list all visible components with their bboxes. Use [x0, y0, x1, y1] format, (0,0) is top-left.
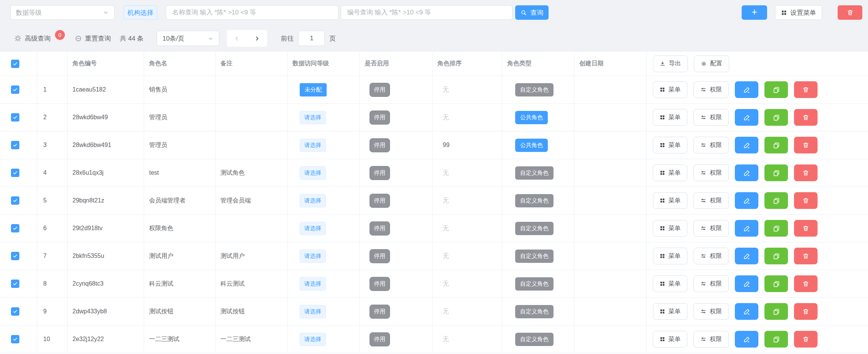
row-checkbox[interactable]: [11, 85, 19, 94]
menu-button[interactable]: 菜单: [653, 164, 687, 181]
access-level-tag[interactable]: 请选择: [300, 277, 326, 291]
add-button[interactable]: +: [742, 5, 767, 20]
copy-button[interactable]: [764, 331, 788, 348]
copy-button[interactable]: [764, 275, 788, 292]
copy-button[interactable]: [764, 109, 788, 126]
data-level-select[interactable]: 数据等级: [10, 5, 115, 20]
row-delete-button[interactable]: [794, 331, 818, 348]
enabled-toggle[interactable]: 停用: [370, 249, 390, 263]
export-button[interactable]: 导出: [653, 55, 688, 72]
copy-button[interactable]: [764, 220, 788, 237]
select-all-checkbox[interactable]: [11, 60, 19, 68]
enabled-toggle[interactable]: 停用: [370, 111, 390, 125]
row-checkbox[interactable]: [11, 113, 19, 122]
edit-button[interactable]: [735, 331, 758, 348]
row-delete-button[interactable]: [794, 164, 818, 181]
enabled-toggle[interactable]: 停用: [370, 166, 390, 180]
copy-button[interactable]: [764, 303, 788, 320]
access-level-tag[interactable]: 请选择: [300, 250, 326, 263]
edit-button[interactable]: [735, 248, 758, 264]
config-button[interactable]: 配置: [694, 55, 729, 72]
edit-button[interactable]: [735, 137, 758, 153]
permission-button[interactable]: 权限: [693, 164, 729, 181]
access-level-tag[interactable]: 请选择: [300, 305, 326, 318]
edit-button[interactable]: [735, 109, 758, 126]
menu-setup-button[interactable]: 设置菜单: [775, 5, 822, 20]
permission-button[interactable]: 权限: [693, 109, 729, 126]
menu-button[interactable]: 菜单: [653, 192, 687, 209]
row-delete-button[interactable]: [794, 303, 818, 320]
page-size-select[interactable]: 10条/页: [157, 31, 219, 46]
row-delete-button[interactable]: [794, 81, 818, 98]
edit-button[interactable]: [735, 275, 758, 292]
enabled-toggle[interactable]: 停用: [370, 221, 390, 235]
advanced-query-button[interactable]: 高级查询 0: [14, 33, 65, 43]
edit-button[interactable]: [735, 164, 758, 181]
code-query-input[interactable]: [341, 5, 513, 20]
delete-button[interactable]: [838, 5, 862, 20]
edit-button[interactable]: [735, 220, 758, 237]
row-checkbox[interactable]: [11, 335, 19, 343]
copy-button[interactable]: [764, 81, 788, 98]
menu-button[interactable]: 菜单: [653, 331, 687, 348]
enabled-toggle[interactable]: 停用: [370, 83, 390, 97]
enabled-toggle[interactable]: 停用: [370, 277, 390, 291]
row-cell-enabled: 停用: [360, 215, 432, 242]
role-name: 会员端管理者: [144, 187, 215, 214]
permission-button[interactable]: 权限: [693, 192, 729, 209]
menu-button[interactable]: 菜单: [653, 220, 687, 237]
row-delete-button[interactable]: [794, 137, 818, 153]
access-level-tag[interactable]: 请选择: [300, 111, 326, 124]
menu-button[interactable]: 菜单: [653, 109, 687, 126]
permission-button[interactable]: 权限: [693, 81, 729, 98]
row-delete-button[interactable]: [794, 248, 818, 264]
grid-icon: [660, 142, 665, 148]
row-checkbox[interactable]: [11, 196, 19, 205]
access-level-tag[interactable]: 请选择: [300, 194, 326, 207]
access-level-tag[interactable]: 未分配: [300, 83, 327, 96]
access-level-tag[interactable]: 请选择: [300, 166, 326, 180]
row-checkbox[interactable]: [11, 224, 19, 232]
row-delete-button[interactable]: [794, 192, 818, 209]
menu-button[interactable]: 菜单: [653, 248, 687, 264]
row-checkbox[interactable]: [11, 169, 19, 177]
permission-button[interactable]: 权限: [693, 137, 729, 153]
enabled-toggle[interactable]: 停用: [370, 138, 390, 152]
permission-button[interactable]: 权限: [693, 303, 729, 320]
row-checkbox[interactable]: [11, 141, 19, 149]
row-delete-button[interactable]: [794, 109, 818, 126]
org-select-button[interactable]: 机构选择: [124, 5, 157, 20]
row-delete-button[interactable]: [794, 275, 818, 292]
enabled-toggle[interactable]: 停用: [370, 305, 390, 319]
edit-button[interactable]: [735, 192, 758, 209]
enabled-toggle[interactable]: 停用: [370, 332, 390, 346]
row-delete-button[interactable]: [794, 220, 818, 237]
menu-button[interactable]: 菜单: [653, 81, 687, 98]
copy-button[interactable]: [764, 137, 788, 153]
enabled-toggle[interactable]: 停用: [370, 194, 390, 208]
edit-button[interactable]: [735, 81, 758, 98]
copy-button[interactable]: [764, 164, 788, 181]
access-level-tag[interactable]: 请选择: [300, 333, 326, 346]
prev-page-button[interactable]: [227, 30, 247, 47]
access-level-tag[interactable]: 请选择: [300, 222, 326, 235]
menu-button[interactable]: 菜单: [653, 137, 687, 153]
menu-button[interactable]: 菜单: [653, 275, 687, 292]
goto-page-input[interactable]: [298, 31, 325, 46]
row-checkbox[interactable]: [11, 280, 19, 288]
permission-button[interactable]: 权限: [693, 331, 729, 348]
reset-query-button[interactable]: 重置查询: [75, 34, 111, 43]
copy-button[interactable]: [764, 248, 788, 264]
permission-button[interactable]: 权限: [693, 248, 729, 264]
access-level-tag[interactable]: 请选择: [300, 139, 326, 152]
permission-button[interactable]: 权限: [693, 275, 729, 292]
next-page-button[interactable]: [247, 30, 267, 47]
search-button[interactable]: 查询: [515, 5, 549, 20]
copy-button[interactable]: [764, 192, 788, 209]
permission-button[interactable]: 权限: [693, 220, 729, 237]
name-query-input[interactable]: [166, 5, 338, 20]
menu-button[interactable]: 菜单: [653, 303, 687, 320]
edit-button[interactable]: [735, 303, 758, 320]
row-checkbox[interactable]: [11, 252, 19, 260]
row-checkbox[interactable]: [11, 307, 19, 316]
